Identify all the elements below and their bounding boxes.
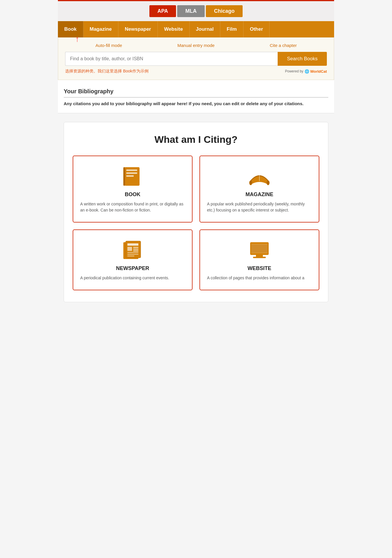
citation-card-newspaper[interactable]: NEWSPAPER A periodical publication conta… bbox=[73, 229, 193, 290]
svg-rect-2 bbox=[126, 172, 137, 174]
style-tab-apa[interactable]: APA bbox=[149, 5, 176, 17]
citation-card-magazine[interactable]: MAGAZINE A popular work published period… bbox=[199, 156, 319, 223]
svg-rect-13 bbox=[133, 250, 138, 251]
search-button[interactable]: Search Books bbox=[278, 52, 327, 66]
svg-rect-20 bbox=[253, 257, 266, 258]
citation-card-website[interactable]: WEBSITE A collection of pages that provi… bbox=[199, 229, 319, 290]
source-tab-journal[interactable]: Journal bbox=[190, 21, 220, 37]
source-tabs-container: Book Magazine Newspaper Website Journal … bbox=[58, 21, 334, 37]
source-tab-newspaper[interactable]: Newspaper bbox=[118, 21, 158, 37]
mode-links: Auto-fill mode Manual entry mode Cite a … bbox=[65, 43, 327, 48]
search-row: Search Books bbox=[65, 52, 327, 66]
style-tab-chicago[interactable]: Chicago bbox=[206, 5, 243, 17]
search-area: Auto-fill mode Manual entry mode Cite a … bbox=[58, 37, 334, 80]
worldcat-logo: 🌐 WorldCat bbox=[305, 69, 327, 74]
style-tabs-container: APA MLA Chicago bbox=[58, 0, 334, 21]
svg-rect-4 bbox=[123, 167, 125, 186]
source-tab-other[interactable]: Other bbox=[243, 21, 270, 37]
annotation-row: 选择资源的种类。我们这里选择 Book作为示例 Powered by 🌐 Wor… bbox=[65, 69, 327, 74]
svg-rect-15 bbox=[127, 254, 138, 255]
svg-rect-21 bbox=[251, 245, 268, 253]
svg-rect-11 bbox=[133, 247, 138, 248]
magazine-card-desc: A popular work published periodically (w… bbox=[207, 201, 312, 213]
up-arrow-icon: ↑ bbox=[75, 35, 79, 43]
svg-rect-16 bbox=[127, 256, 134, 256]
svg-rect-10 bbox=[127, 247, 132, 251]
source-tab-book[interactable]: Book bbox=[58, 21, 83, 37]
search-input[interactable] bbox=[65, 52, 278, 66]
bibliography-description: Any citations you add to your bibliograp… bbox=[64, 101, 328, 107]
citing-section: What am I Citing? BOOK A written work or… bbox=[64, 122, 328, 302]
newspaper-icon bbox=[80, 239, 185, 262]
powered-by-label: Powered by bbox=[285, 69, 303, 73]
citation-grid: BOOK A written work or composition found… bbox=[73, 156, 319, 290]
book-card-desc: A written work or composition found in p… bbox=[80, 201, 185, 213]
svg-rect-3 bbox=[126, 175, 134, 177]
book-card-title: BOOK bbox=[80, 192, 185, 198]
svg-rect-1 bbox=[126, 169, 137, 171]
source-tab-website[interactable]: Website bbox=[158, 21, 190, 37]
source-tab-film[interactable]: Film bbox=[220, 21, 243, 37]
svg-point-5 bbox=[249, 180, 252, 185]
svg-rect-19 bbox=[256, 255, 263, 257]
svg-point-6 bbox=[267, 180, 270, 185]
website-card-desc: A collection of pages that provides info… bbox=[207, 275, 312, 281]
book-icon bbox=[80, 165, 185, 188]
bibliography-section: Your Bibliography Any citations you add … bbox=[58, 80, 334, 113]
powered-by: Powered by 🌐 WorldCat bbox=[285, 69, 327, 74]
cite-chapter-link[interactable]: Cite a chapter bbox=[240, 43, 327, 48]
source-tab-magazine[interactable]: Magazine bbox=[83, 21, 119, 37]
svg-rect-14 bbox=[127, 252, 138, 253]
website-icon bbox=[207, 239, 312, 262]
svg-rect-9 bbox=[127, 243, 138, 246]
annotation-text: 选择资源的种类。我们这里选择 Book作为示例 bbox=[65, 69, 149, 74]
style-tab-mla[interactable]: MLA bbox=[177, 5, 205, 17]
newspaper-card-title: NEWSPAPER bbox=[80, 265, 185, 271]
svg-rect-12 bbox=[133, 249, 138, 250]
website-card-title: WEBSITE bbox=[207, 265, 312, 271]
magazine-card-title: MAGAZINE bbox=[207, 192, 312, 198]
citation-card-book[interactable]: BOOK A written work or composition found… bbox=[73, 156, 193, 223]
manual-entry-mode-link[interactable]: Manual entry mode bbox=[152, 43, 239, 48]
newspaper-card-desc: A periodical publication containing curr… bbox=[80, 275, 185, 281]
citing-title: What am I Citing? bbox=[73, 134, 319, 145]
auto-fill-mode-link[interactable]: Auto-fill mode bbox=[65, 43, 152, 48]
magazine-icon bbox=[207, 165, 312, 188]
bibliography-title: Your Bibliography bbox=[64, 88, 328, 98]
